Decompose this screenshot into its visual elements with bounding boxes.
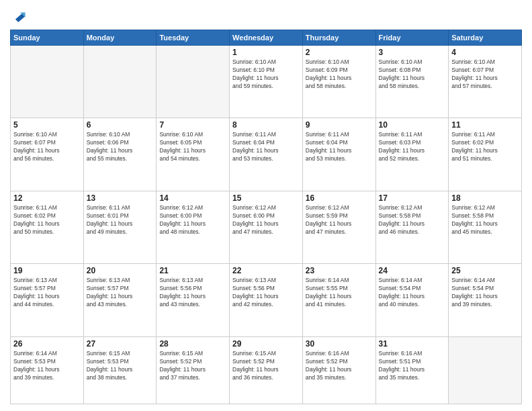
calendar-cell: 30Sunrise: 6:16 AM Sunset: 5:52 PM Dayli…: [302, 336, 375, 404]
header-sunday: Sunday: [11, 30, 84, 46]
day-number: 12: [13, 193, 81, 203]
calendar-cell: 25Sunrise: 6:14 AM Sunset: 5:54 PM Dayli…: [449, 264, 522, 336]
day-number: 30: [306, 339, 373, 349]
day-info: Sunrise: 6:10 AM Sunset: 6:06 PM Dayligh…: [87, 131, 154, 163]
calendar-cell: 10Sunrise: 6:11 AM Sunset: 6:03 PM Dayli…: [375, 118, 449, 191]
day-number: 5: [13, 120, 81, 130]
calendar-cell: [449, 336, 522, 404]
day-number: 23: [306, 266, 373, 275]
calendar-week-row: 26Sunrise: 6:14 AM Sunset: 5:53 PM Dayli…: [11, 336, 522, 404]
calendar-cell: 13Sunrise: 6:11 AM Sunset: 6:01 PM Dayli…: [83, 191, 157, 263]
day-number: 18: [451, 193, 519, 203]
day-info: Sunrise: 6:11 AM Sunset: 6:01 PM Dayligh…: [87, 204, 154, 236]
day-number: 31: [379, 339, 446, 349]
calendar-cell: 12Sunrise: 6:11 AM Sunset: 6:02 PM Dayli…: [11, 191, 84, 263]
day-number: 2: [306, 48, 373, 57]
day-info: Sunrise: 6:12 AM Sunset: 6:00 PM Dayligh…: [159, 204, 226, 236]
header-thursday: Thursday: [302, 30, 375, 46]
calendar-cell: 7Sunrise: 6:10 AM Sunset: 6:05 PM Daylig…: [157, 118, 230, 191]
day-info: Sunrise: 6:10 AM Sunset: 6:07 PM Dayligh…: [451, 58, 519, 91]
calendar-cell: 17Sunrise: 6:12 AM Sunset: 5:58 PM Dayli…: [375, 191, 449, 263]
day-info: Sunrise: 6:15 AM Sunset: 5:52 PM Dayligh…: [159, 350, 226, 382]
calendar-cell: 3Sunrise: 6:10 AM Sunset: 6:08 PM Daylig…: [375, 46, 449, 118]
day-number: 28: [159, 339, 226, 349]
calendar-cell: 5Sunrise: 6:10 AM Sunset: 6:07 PM Daylig…: [11, 118, 84, 191]
day-info: Sunrise: 6:12 AM Sunset: 5:58 PM Dayligh…: [379, 204, 446, 236]
calendar-cell: 22Sunrise: 6:13 AM Sunset: 5:56 PM Dayli…: [230, 264, 303, 336]
day-info: Sunrise: 6:10 AM Sunset: 6:09 PM Dayligh…: [306, 58, 373, 91]
logo: [10, 9, 26, 24]
header-tuesday: Tuesday: [157, 30, 230, 46]
calendar-cell: 15Sunrise: 6:12 AM Sunset: 6:00 PM Dayli…: [230, 191, 303, 263]
day-info: Sunrise: 6:10 AM Sunset: 6:05 PM Dayligh…: [159, 131, 226, 163]
day-number: 8: [232, 120, 300, 130]
calendar-cell: 23Sunrise: 6:14 AM Sunset: 5:55 PM Dayli…: [302, 264, 375, 336]
header-wednesday: Wednesday: [230, 30, 303, 46]
calendar-cell: 16Sunrise: 6:12 AM Sunset: 5:59 PM Dayli…: [302, 191, 375, 263]
day-number: 7: [159, 120, 226, 130]
day-number: 1: [232, 48, 300, 57]
day-number: 6: [87, 120, 154, 130]
calendar-cell: 11Sunrise: 6:11 AM Sunset: 6:02 PM Dayli…: [449, 118, 522, 191]
day-number: 19: [13, 266, 81, 275]
day-info: Sunrise: 6:11 AM Sunset: 6:02 PM Dayligh…: [13, 204, 81, 236]
calendar-cell: 8Sunrise: 6:11 AM Sunset: 6:04 PM Daylig…: [230, 118, 303, 191]
day-number: 27: [87, 339, 154, 349]
calendar-page: Sunday Monday Tuesday Wednesday Thursday…: [0, 0, 532, 411]
calendar-week-row: 5Sunrise: 6:10 AM Sunset: 6:07 PM Daylig…: [11, 118, 522, 191]
calendar-cell: 24Sunrise: 6:14 AM Sunset: 5:54 PM Dayli…: [375, 264, 449, 336]
header: [10, 7, 522, 24]
day-number: 24: [379, 266, 446, 275]
logo-icon: [11, 9, 26, 24]
day-info: Sunrise: 6:13 AM Sunset: 5:57 PM Dayligh…: [13, 277, 81, 309]
day-number: 10: [379, 120, 446, 130]
day-info: Sunrise: 6:14 AM Sunset: 5:53 PM Dayligh…: [13, 350, 81, 382]
day-number: 20: [87, 266, 154, 275]
day-number: 21: [159, 266, 226, 275]
calendar-cell: 27Sunrise: 6:15 AM Sunset: 5:53 PM Dayli…: [83, 336, 157, 404]
day-info: Sunrise: 6:11 AM Sunset: 6:02 PM Dayligh…: [451, 131, 519, 163]
calendar-cell: 21Sunrise: 6:13 AM Sunset: 5:56 PM Dayli…: [157, 264, 230, 336]
calendar-cell: 1Sunrise: 6:10 AM Sunset: 6:10 PM Daylig…: [230, 46, 303, 118]
header-saturday: Saturday: [449, 30, 522, 46]
day-number: 4: [451, 48, 519, 57]
day-info: Sunrise: 6:14 AM Sunset: 5:54 PM Dayligh…: [379, 277, 446, 309]
calendar-cell: 28Sunrise: 6:15 AM Sunset: 5:52 PM Dayli…: [157, 336, 230, 404]
day-info: Sunrise: 6:13 AM Sunset: 5:56 PM Dayligh…: [159, 277, 226, 309]
day-info: Sunrise: 6:12 AM Sunset: 5:59 PM Dayligh…: [306, 204, 373, 236]
day-info: Sunrise: 6:15 AM Sunset: 5:53 PM Dayligh…: [87, 350, 154, 382]
calendar-cell: 9Sunrise: 6:11 AM Sunset: 6:04 PM Daylig…: [302, 118, 375, 191]
calendar-cell: 14Sunrise: 6:12 AM Sunset: 6:00 PM Dayli…: [157, 191, 230, 263]
day-info: Sunrise: 6:13 AM Sunset: 5:56 PM Dayligh…: [232, 277, 300, 309]
day-info: Sunrise: 6:16 AM Sunset: 5:52 PM Dayligh…: [306, 350, 373, 382]
calendar-table: Sunday Monday Tuesday Wednesday Thursday…: [10, 30, 522, 404]
calendar-cell: 31Sunrise: 6:16 AM Sunset: 5:51 PM Dayli…: [375, 336, 449, 404]
day-number: 11: [451, 120, 519, 130]
day-info: Sunrise: 6:12 AM Sunset: 5:58 PM Dayligh…: [451, 204, 519, 236]
day-number: 22: [232, 266, 300, 275]
calendar-cell: 29Sunrise: 6:15 AM Sunset: 5:52 PM Dayli…: [230, 336, 303, 404]
day-info: Sunrise: 6:14 AM Sunset: 5:54 PM Dayligh…: [451, 277, 519, 309]
day-info: Sunrise: 6:11 AM Sunset: 6:03 PM Dayligh…: [379, 131, 446, 163]
calendar-cell: 19Sunrise: 6:13 AM Sunset: 5:57 PM Dayli…: [11, 264, 84, 336]
day-info: Sunrise: 6:10 AM Sunset: 6:10 PM Dayligh…: [232, 58, 300, 91]
day-number: 25: [451, 266, 519, 275]
calendar-cell: [157, 46, 230, 118]
day-info: Sunrise: 6:13 AM Sunset: 5:57 PM Dayligh…: [87, 277, 154, 309]
day-info: Sunrise: 6:14 AM Sunset: 5:55 PM Dayligh…: [306, 277, 373, 309]
header-monday: Monday: [83, 30, 157, 46]
day-number: 29: [232, 339, 300, 349]
day-number: 26: [13, 339, 81, 349]
calendar-cell: [11, 46, 84, 118]
day-info: Sunrise: 6:15 AM Sunset: 5:52 PM Dayligh…: [232, 350, 300, 382]
day-number: 16: [306, 193, 373, 203]
day-info: Sunrise: 6:11 AM Sunset: 6:04 PM Dayligh…: [232, 131, 300, 163]
calendar-cell: 2Sunrise: 6:10 AM Sunset: 6:09 PM Daylig…: [302, 46, 375, 118]
calendar-cell: 20Sunrise: 6:13 AM Sunset: 5:57 PM Dayli…: [83, 264, 157, 336]
day-info: Sunrise: 6:10 AM Sunset: 6:07 PM Dayligh…: [13, 131, 81, 163]
day-number: 13: [87, 193, 154, 203]
day-info: Sunrise: 6:11 AM Sunset: 6:04 PM Dayligh…: [306, 131, 373, 163]
calendar-week-row: 19Sunrise: 6:13 AM Sunset: 5:57 PM Dayli…: [11, 264, 522, 336]
calendar-cell: 6Sunrise: 6:10 AM Sunset: 6:06 PM Daylig…: [83, 118, 157, 191]
calendar-week-row: 12Sunrise: 6:11 AM Sunset: 6:02 PM Dayli…: [11, 191, 522, 263]
